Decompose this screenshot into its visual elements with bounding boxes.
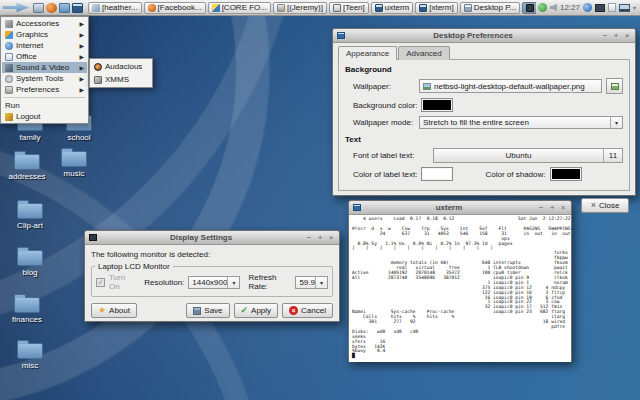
desktop-icon-label: misc [22,361,38,370]
system-tools-icon [5,75,13,83]
globe-icon[interactable] [583,3,592,12]
terminal-launcher-icon[interactable] [72,3,83,13]
menu-item-logout[interactable]: Logout [2,111,87,122]
chat-window-icon [212,4,220,12]
close-button[interactable]: × [327,233,335,242]
titlebar[interactable]: Desktop Preferences − + × [333,29,635,43]
resolution-dropdown[interactable]: 1440x900 ▾ [188,276,240,289]
sound-video-icon [5,64,13,72]
menu-item-internet[interactable]: Internet▶ [2,40,87,51]
cancel-button[interactable]: × Cancel [282,303,333,318]
close-dialog-button[interactable]: × Close [581,198,629,213]
maximize-button[interactable]: + [316,233,324,242]
turn-on-checkbox[interactable]: ✓ [96,278,105,287]
menu-item-preferences[interactable]: Preferences▶ [2,84,87,95]
wallpaper-file-field[interactable]: netbsd-light-desktop-default-wallpaper.p… [419,79,602,93]
taskbar-task-jeremy[interactable]: [(Jeremy)] [273,2,327,14]
save-button[interactable]: Save [186,303,229,318]
display-tray-icon[interactable] [619,4,630,12]
volume-icon[interactable] [550,4,557,12]
menu-item-graphics[interactable]: Graphics▶ [2,29,87,40]
clock[interactable]: 12:27 [560,3,580,12]
desktop-icon-misc[interactable]: misc [6,339,54,370]
wallpaper-mode-dropdown[interactable]: Stretch to fill the entire screen ▾ [419,116,623,129]
audacious-icon [94,63,102,71]
refresh-rate-value: 59.9 [299,278,315,287]
refresh-rate-dropdown[interactable]: 59.9 ▾ [295,276,328,289]
desktop-icon-blog[interactable]: blog [6,246,54,277]
accessories-icon [5,20,13,28]
save-icon [193,307,201,315]
minimize-button[interactable]: − [537,203,545,212]
about-button[interactable]: ★ About [91,303,137,318]
screenshot-icon[interactable] [595,4,605,12]
apply-button-label: Apply [251,306,271,315]
close-button[interactable]: × [559,203,567,212]
font-picker-button[interactable]: Ubuntu 11 [433,148,623,163]
shadow-color-swatch[interactable] [550,167,582,181]
taskbar-task-heather[interactable]: [heather... [88,2,142,14]
menu-item-accessories[interactable]: Accessories▶ [2,18,87,29]
window-icon [337,32,345,39]
tab-advanced[interactable]: Advanced [398,46,450,60]
taskbar-task-core[interactable]: [CORE FO... [208,2,271,14]
submenu-arrow-icon: ▶ [79,65,84,71]
folder-launcher-icon[interactable] [59,3,70,13]
window-title: Display Settings [100,233,302,242]
browser-icon[interactable] [46,3,57,13]
taskbar-task-teen[interactable]: [Teen] [329,2,369,14]
tab-appearance[interactable]: Appearance [338,46,397,60]
minimize-button[interactable]: − [305,233,313,242]
browse-wallpaper-button[interactable] [606,78,623,94]
browser-window-icon [148,4,156,12]
background-color-swatch[interactable] [421,98,453,112]
taskbar-task-desktop-preferences[interactable]: Desktop P... [460,2,521,14]
terminal-content-area[interactable]: 4 users Load 0.17 0.18 0.12 Sat Jun 2 12… [349,215,571,362]
menu-item-office[interactable]: Office▶ [2,51,87,62]
desktop-icon-clip-art[interactable]: Clip-art [6,199,54,230]
taskbar-task-uxterm[interactable]: uxterm [371,2,413,14]
titlebar[interactable]: uxterm − + × [349,201,571,215]
close-button[interactable]: × [623,31,631,40]
desktop-icon-addresses[interactable]: addresses [3,150,51,181]
minimize-button[interactable]: − [601,31,609,40]
taskbar-task-xterm[interactable]: [xterm] [415,2,457,14]
wallpaper-mode-label: Wallpaper mode: [353,118,415,127]
menu-item-label: Sound & Video [16,63,69,72]
folder-icon [17,343,43,359]
chevron-down-icon[interactable]: ▾ [633,5,636,11]
task-list: [heather... [Facebook... [CORE FO... [(J… [88,2,536,14]
desktop-icon-music[interactable]: music [50,147,98,178]
menu-item-system-tools[interactable]: System Tools▶ [2,73,87,84]
submenu-item-xmms[interactable]: XMMS [91,73,151,86]
taskbar-task-display-settings[interactable]: Display S... [522,2,536,14]
maximize-button[interactable]: + [612,31,620,40]
maximize-button[interactable]: + [548,203,556,212]
titlebar[interactable]: Display Settings − + × [85,231,339,245]
label-text-color-swatch[interactable] [421,167,453,181]
submenu-item-audacious[interactable]: Audacious [91,60,151,73]
menu-separator [4,97,85,98]
font-size: 11 [603,149,622,162]
file-manager-icon[interactable] [33,3,44,13]
xmms-icon [94,76,102,84]
dialog-buttons: ★ About Save ✓ Apply × Cancel [85,297,339,318]
terminal-window-icon [353,204,361,211]
desktop-icon-finances[interactable]: finances [3,293,51,324]
desktop-icon-label: blog [22,268,37,277]
close-icon: × [591,201,596,210]
desktop-icon-label: finances [12,315,42,324]
battery-icon[interactable] [608,3,616,12]
desktop-icon-label: school [67,133,90,142]
wallpaper-mode-value: Stretch to fill the entire screen [423,118,529,127]
dropdown-arrow-icon: ▾ [315,277,327,288]
network-status-icon[interactable] [538,3,547,12]
internet-icon [5,42,13,50]
menu-item-sound-video[interactable]: Sound & Video▶ [2,62,87,73]
start-menu-button[interactable] [3,2,29,14]
menu-item-run[interactable]: Run [2,100,87,111]
task-label: [xterm] [429,3,453,12]
taskbar-task-facebook[interactable]: [Facebook... [144,2,206,14]
open-file-icon [611,83,619,90]
apply-button[interactable]: ✓ Apply [234,303,279,318]
